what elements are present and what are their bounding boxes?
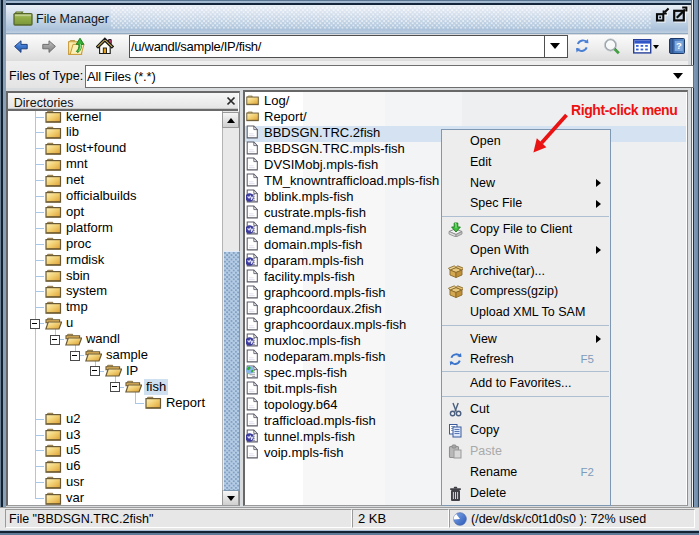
svg-text:?: ? — [676, 40, 682, 51]
